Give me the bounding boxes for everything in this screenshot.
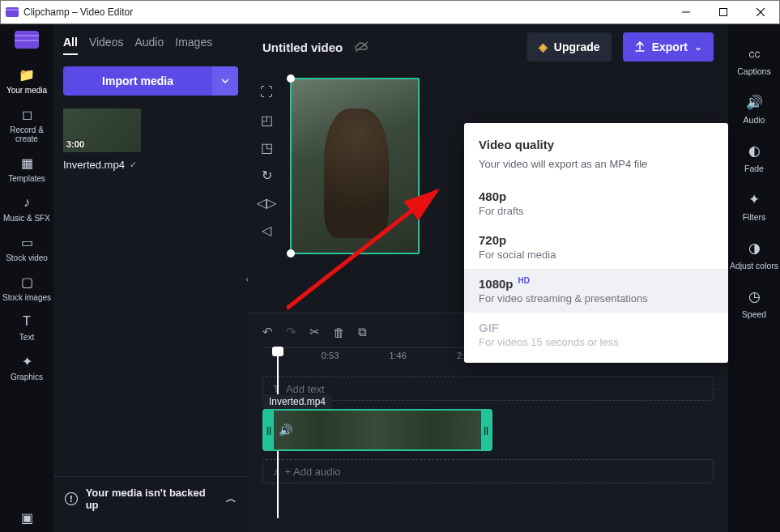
rail-music-sfx[interactable]: ♪Music & SFX	[0, 189, 53, 228]
project-title[interactable]: Untitled video	[262, 40, 343, 54]
option-desc: For social media	[479, 249, 714, 261]
rail-stock-images[interactable]: ▢Stock images	[0, 269, 53, 307]
folder-icon: 📁	[18, 66, 36, 83]
audio-track: ♪ + Add audio	[262, 459, 714, 483]
option-title: 480p	[479, 189, 714, 203]
center-area: Untitled video ◈ Upgrade Export ⌄ ⛶ ◰ ◳ …	[248, 24, 728, 532]
rail-your-media[interactable]: 📁Your media	[0, 62, 53, 100]
export-option-1080p[interactable]: 1080pHD For video streaming & presentati…	[464, 269, 728, 313]
prop-label: Audio	[744, 115, 765, 125]
prop-filters[interactable]: ✦Filters	[728, 185, 780, 228]
rail-record-create[interactable]: ◻Record & create	[0, 101, 53, 148]
rail-label: Stock images	[2, 293, 51, 302]
crop-icon[interactable]: ◰	[255, 110, 278, 130]
redo-button[interactable]: ↷	[286, 325, 296, 339]
templates-icon: ▦	[18, 155, 36, 171]
briefcase-icon: ▣	[18, 509, 36, 526]
trash-icon[interactable]: 🗑	[333, 326, 345, 339]
export-button[interactable]: Export ⌄	[623, 32, 714, 62]
prop-captions[interactable]: ㏄Captions	[728, 37, 780, 83]
option-desc: For drafts	[479, 205, 714, 217]
prop-fade[interactable]: ◐Fade	[728, 136, 780, 180]
tab-all[interactable]: All	[63, 36, 78, 55]
properties-rail: ㏄Captions 🔊Audio ◐Fade ✦Filters ◑Adjust …	[728, 24, 780, 532]
flip-v-icon[interactable]: ◁	[255, 220, 278, 240]
video-clip[interactable]: || 🔊 ||	[262, 409, 492, 451]
upgrade-button[interactable]: ◈ Upgrade	[527, 32, 612, 62]
prop-adjust-colors[interactable]: ◑Adjust colors	[728, 233, 780, 277]
import-media-button[interactable]: Import media	[63, 66, 212, 96]
chevron-down-icon: ⌄	[694, 41, 702, 53]
edit-toolbar: ⛶ ◰ ◳ ↻ ◁▷ ◁	[248, 70, 285, 313]
app-logo-icon[interactable]	[15, 31, 39, 49]
flip-h-icon[interactable]: ◁▷	[255, 193, 278, 212]
cloud-off-icon[interactable]	[354, 40, 370, 53]
tab-videos[interactable]: Videos	[89, 36, 124, 55]
rail-templates[interactable]: ▦Templates	[0, 150, 53, 188]
volume-icon[interactable]: 🔊	[279, 423, 292, 436]
clip-label: Inverted.mp4	[262, 394, 332, 409]
close-button[interactable]	[742, 0, 779, 24]
tab-audio[interactable]: Audio	[134, 36, 164, 55]
minimize-button[interactable]	[667, 0, 705, 24]
export-option-480p[interactable]: 480p For drafts	[464, 181, 728, 225]
svg-rect-1	[720, 9, 727, 16]
rail-label: Text	[19, 333, 34, 342]
resize-handle[interactable]	[287, 74, 295, 83]
text-icon: T	[18, 313, 36, 330]
image-icon: ▢	[18, 274, 36, 290]
fit-icon[interactable]: ⛶	[255, 83, 278, 102]
tab-images[interactable]: Images	[175, 36, 212, 55]
backup-message: Your media isn't backed up	[86, 487, 218, 511]
prop-audio[interactable]: 🔊Audio	[728, 87, 780, 131]
resize-handle[interactable]	[287, 249, 295, 257]
thumbnail-duration: 3:00	[66, 139, 84, 149]
contrast-icon: ◑	[748, 240, 761, 257]
rotate-icon[interactable]: ↻	[255, 165, 278, 185]
option-title: GIF	[479, 321, 714, 334]
rail-brand-kit[interactable]: ▣	[0, 504, 53, 532]
scissors-icon[interactable]: ✂	[309, 325, 320, 339]
rail-text[interactable]: TText	[0, 309, 53, 347]
clipchamp-logo-icon	[6, 7, 19, 17]
undo-button[interactable]: ↶	[262, 325, 273, 339]
tick-label: 0:53	[322, 351, 339, 360]
import-media-dropdown[interactable]	[212, 66, 238, 96]
captions-icon: ㏄	[748, 44, 761, 62]
chevron-up-icon: ︿	[226, 492, 237, 506]
rail-label: Your media	[6, 86, 47, 95]
export-option-720p[interactable]: 720p For social media	[464, 225, 728, 269]
clip-handle-left[interactable]: ||	[264, 411, 274, 449]
prop-speed[interactable]: ◷Speed	[728, 282, 780, 326]
backup-warning-bar[interactable]: ! Your media isn't backed up ︿	[53, 476, 248, 521]
clip-handle-right[interactable]: ||	[481, 411, 491, 449]
export-quality-popover: Video quality Your video will export as …	[464, 123, 728, 363]
hd-badge: HD	[518, 276, 530, 285]
speaker-icon: 🔊	[746, 94, 763, 111]
add-audio-placeholder[interactable]: ♪ + Add audio	[262, 459, 714, 483]
placeholder-label: Add text	[286, 383, 325, 395]
placeholder-label: + Add audio	[285, 466, 341, 478]
export-option-gif[interactable]: GIF For videos 15 seconds or less	[464, 313, 728, 356]
topbar: Untitled video ◈ Upgrade Export ⌄	[248, 24, 728, 70]
pip-icon[interactable]: ◳	[255, 138, 278, 157]
prop-label: Speed	[742, 309, 766, 319]
rail-label: Record & create	[0, 126, 53, 143]
video-track: Inverted.mp4 || 🔊 ||	[262, 409, 714, 451]
speed-icon: ◷	[748, 288, 761, 305]
filters-icon: ✦	[748, 191, 760, 208]
rail-label: Graphics	[11, 372, 43, 381]
option-title: 720p	[479, 233, 714, 247]
video-preview[interactable]	[290, 78, 420, 254]
rail-label: Stock video	[6, 253, 48, 262]
preview-content	[324, 109, 389, 238]
prop-label: Filters	[743, 212, 766, 222]
media-thumbnail[interactable]: 3:00 Inverted.mp4 ✓	[63, 109, 141, 171]
rail-stock-video[interactable]: ▭Stock video	[0, 229, 53, 267]
duplicate-icon[interactable]: ⧉	[358, 325, 367, 339]
window-titlebar: Clipchamp – Video Editor	[0, 0, 780, 24]
rail-graphics[interactable]: ✦Graphics	[0, 348, 53, 386]
prop-label: Fade	[744, 164, 764, 173]
option-title-text: 1080p	[479, 277, 514, 291]
maximize-button[interactable]	[705, 0, 742, 24]
